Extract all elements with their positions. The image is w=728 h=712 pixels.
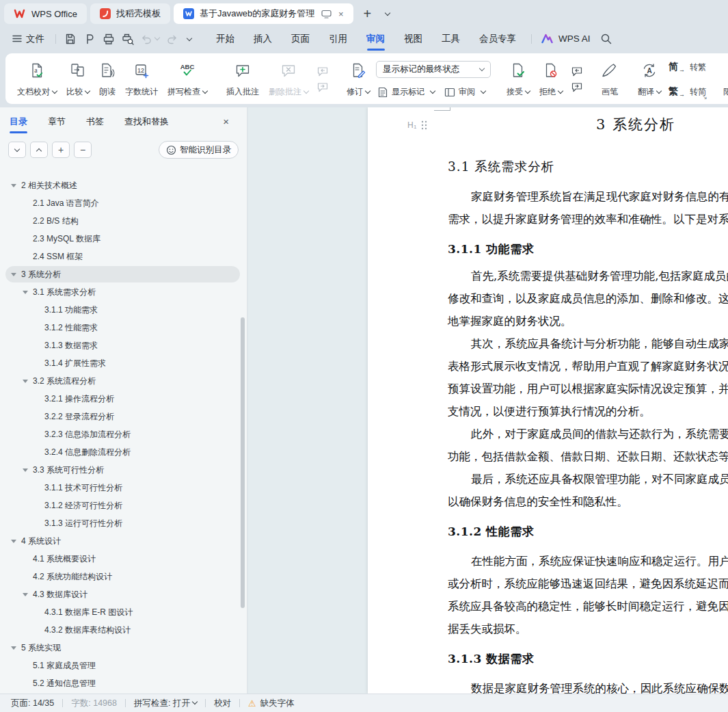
zoom-out-button[interactable]: − — [74, 142, 92, 158]
spell-check-button[interactable]: ABC 拼写检查 — [163, 57, 212, 101]
toc-expand-arrow[interactable] — [34, 362, 44, 365]
track-changes-button[interactable]: 修订 — [342, 57, 375, 101]
sidebar-scrollbar[interactable] — [241, 317, 245, 608]
toc-expand-arrow[interactable] — [23, 255, 33, 259]
markup-state-select[interactable]: 显示标记的最终状态 — [376, 61, 491, 78]
proofread-button[interactable]: 校对 — [214, 698, 231, 709]
toc-expand-arrow[interactable] — [11, 273, 21, 276]
sidebar-tab[interactable]: 书签 — [86, 109, 104, 135]
toc-item[interactable]: 4.2 系统功能结构设计 — [0, 568, 241, 585]
heading-handle[interactable]: H₁ — [407, 120, 427, 130]
toc-expand-arrow[interactable] — [34, 415, 44, 419]
show-markup-button[interactable]: 显示标记 — [377, 86, 435, 98]
previous-comment-icon[interactable] — [316, 66, 329, 77]
save-icon[interactable] — [64, 33, 77, 45]
next-comment-icon[interactable] — [316, 82, 329, 92]
toc-item[interactable]: 3.2.4 信息删除流程分析 — [0, 443, 241, 461]
undo-icon[interactable] — [141, 34, 159, 44]
toc-expand-arrow[interactable] — [34, 433, 44, 436]
toc-item[interactable]: 4.3 数据库设计 — [0, 585, 241, 603]
toc-expand-arrow[interactable] — [34, 451, 44, 454]
toc-item[interactable]: 4.1 系统概要设计 — [0, 550, 241, 568]
toc-expand-arrow[interactable] — [34, 504, 44, 507]
toc-item[interactable]: 2 相关技术概述 — [0, 176, 241, 194]
toc-item[interactable]: 3.2.2 登录流程分析 — [0, 408, 241, 425]
toc-item[interactable]: 2.3 MySQL 数据库 — [0, 230, 241, 248]
toc-item[interactable]: 3.3 系统可行性分析 — [0, 461, 241, 479]
spell-check-status[interactable]: 拼写检查: 打开 — [134, 698, 197, 709]
toc-expand-arrow[interactable] — [34, 629, 44, 632]
tab-wps-office[interactable]: WPS Office — [4, 3, 87, 24]
export-pdf-icon[interactable] — [83, 33, 96, 45]
expand-all-button[interactable] — [30, 142, 48, 158]
previous-change-icon[interactable] — [571, 66, 583, 77]
smart-toc-button[interactable]: 智能识别目录 — [159, 141, 239, 159]
new-tab-button[interactable]: + — [364, 6, 372, 22]
toc-expand-arrow[interactable] — [11, 184, 21, 187]
toc-item[interactable]: 3.1.2 经济可行性分析 — [0, 497, 241, 514]
redo-icon[interactable] — [166, 34, 178, 44]
pen-button[interactable]: 画笔 — [596, 57, 623, 101]
toc-item[interactable]: 3.2.3 信息添加流程分析 — [0, 425, 241, 443]
toc-expand-arrow[interactable] — [34, 611, 44, 614]
insert-comment-button[interactable]: 插入批注 — [221, 57, 264, 101]
doc-proof-button[interactable]: a 文档校对 — [12, 57, 62, 101]
menu-item[interactable]: 插入 — [244, 29, 282, 49]
menu-item[interactable]: 页面 — [282, 29, 319, 49]
menu-item[interactable]: 开始 — [206, 29, 244, 49]
toc-expand-arrow[interactable] — [23, 557, 33, 561]
delete-comment-button[interactable]: 删除批注 — [264, 57, 313, 101]
tab-docer-templates[interactable]: 找稻壳模板 — [90, 3, 170, 24]
toc-expand-arrow[interactable] — [23, 237, 33, 241]
toc-expand-arrow[interactable] — [23, 664, 33, 668]
toc-expand-arrow[interactable] — [11, 540, 21, 543]
quick-access-customize-icon[interactable] — [185, 34, 191, 44]
toc-item[interactable]: 3.1.1 功能需求 — [0, 301, 241, 319]
toc-item[interactable]: 3 系统分析 — [0, 265, 241, 283]
translate-button[interactable]: A 翻译 — [633, 57, 666, 101]
toc-expand-arrow[interactable] — [34, 344, 44, 347]
document-text[interactable]: 3 系统分析 3.1 系统需求分析 家庭财务管理系统旨在满足现代家庭对财务信息的… — [448, 114, 728, 694]
menu-item[interactable]: 工具 — [432, 29, 470, 49]
close-tab-icon[interactable]: × — [338, 9, 344, 19]
toc-item[interactable]: 3.2 系统流程分析 — [0, 372, 241, 390]
sidebar-tab[interactable]: 查找和替换 — [124, 109, 169, 135]
toc-expand-arrow[interactable] — [23, 202, 33, 205]
wps-ai-button[interactable]: WPS AI — [541, 34, 591, 44]
restrict-edit-button[interactable]: 限制编辑 — [718, 57, 728, 101]
toc-item[interactable]: 3.1.2 性能需求 — [0, 319, 241, 337]
tab-list-chevron-icon[interactable] — [383, 9, 390, 18]
toc-expand-arrow[interactable] — [34, 326, 44, 330]
toc-item[interactable]: 4.3.1 数据库 E-R 图设计 — [0, 603, 241, 621]
page-indicator[interactable]: 页面: 14/35 — [11, 698, 54, 709]
compare-button[interactable]: 比较 — [62, 57, 94, 101]
missing-font-warning[interactable]: ⚠ 缺失字体 — [248, 698, 295, 709]
toc-expand-arrow[interactable] — [34, 397, 44, 401]
toc-expand-arrow[interactable] — [34, 486, 44, 490]
toc-expand-arrow[interactable] — [23, 682, 33, 685]
toc-expand-arrow[interactable] — [23, 380, 33, 383]
search-icon[interactable] — [600, 33, 612, 44]
word-count-indicator[interactable]: 字数: 14968 — [71, 698, 117, 709]
accept-button[interactable]: 接受 — [502, 57, 535, 101]
toc-item[interactable]: 3.2.1 操作流程分析 — [0, 390, 241, 408]
to-traditional-button[interactable]: 简→ 转繁 — [669, 61, 706, 73]
toc-item[interactable]: 2.1 Java 语言简介 — [0, 194, 241, 212]
toc-item[interactable]: 3.1 系统需求分析 — [0, 283, 241, 301]
collapse-all-button[interactable] — [8, 142, 26, 158]
document-page[interactable]: H₁ 3 系统分析 3.1 系统需求分析 家庭财务管理系统旨在满足现代家庭对财务… — [368, 107, 728, 694]
toc-expand-arrow[interactable] — [23, 469, 33, 472]
tab-document[interactable]: 基于Javaweb的家庭财务管理 × — [174, 3, 353, 24]
toc-item[interactable]: 5.2 通知信息管理 — [0, 674, 241, 692]
toc-item[interactable]: 3.1.3 运行可行性分析 — [0, 514, 241, 532]
toc-expand-arrow[interactable] — [23, 291, 33, 294]
toc-item[interactable]: 5 系统实现 — [0, 639, 241, 657]
close-sidebar-icon[interactable]: × — [223, 116, 229, 127]
menu-item[interactable]: 引用 — [319, 29, 357, 49]
menu-item[interactable]: 审阅 — [357, 29, 394, 49]
review-pane-button[interactable]: 审阅 — [444, 86, 485, 98]
read-aloud-button[interactable]: 朗读 — [94, 57, 120, 101]
toc-item[interactable]: 2.4 SSM 框架 — [0, 248, 241, 265]
print-preview-icon[interactable] — [122, 33, 134, 45]
word-count-button[interactable]: 12 字数统计 — [120, 57, 163, 101]
